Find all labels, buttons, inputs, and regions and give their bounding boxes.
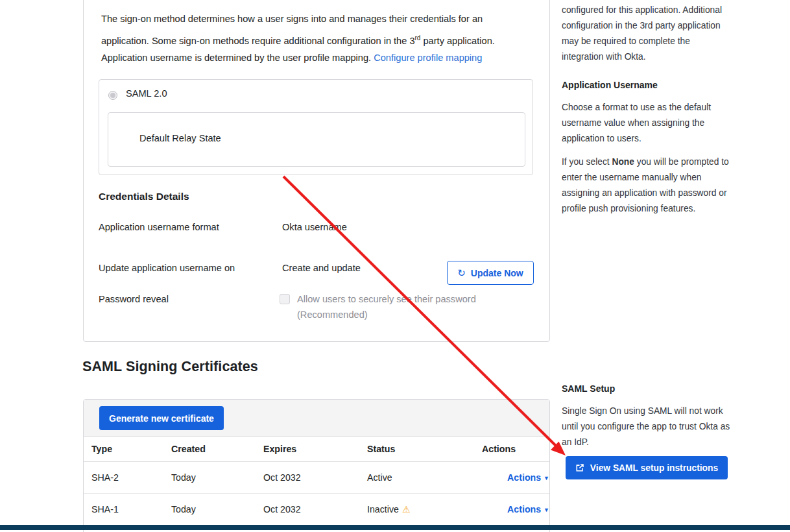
update-username-on-label: Update application username on	[99, 263, 235, 273]
password-reveal-checkbox[interactable]	[280, 294, 290, 304]
update-now-label: Update Now	[471, 268, 523, 278]
column-header-actions: Actions	[474, 437, 549, 462]
password-reveal-label: Password reveal	[99, 294, 169, 304]
default-relay-state-label: Default Relay State	[139, 133, 221, 143]
certificates-table-header-row: Type Created Expires Status Actions	[84, 437, 549, 462]
saml-signing-certificates-heading: SAML Signing Certificates	[82, 359, 258, 375]
saml-method-box: SAML 2.0 Default Relay State	[99, 79, 533, 175]
cert-expires: Oct 2032	[256, 462, 359, 494]
cert-created: Today	[163, 462, 256, 494]
certificates-panel: Generate new certificate Type Created Ex…	[83, 399, 550, 532]
credentials-details-heading: Credentials Details	[99, 191, 189, 202]
view-saml-setup-instructions-button[interactable]: View SAML setup instructions	[566, 456, 728, 479]
column-header-type: Type	[84, 437, 163, 462]
username-format-value: Okta username	[282, 222, 347, 232]
column-header-status: Status	[359, 437, 474, 462]
sidebar-config-paragraph: configured for this application. Additio…	[562, 3, 732, 65]
application-username-paragraph-1: Choose a format to use as the default us…	[562, 100, 732, 147]
update-username-on-value: Create and update	[282, 263, 361, 273]
column-header-expires: Expires	[256, 437, 359, 462]
certificate-row-sha2: SHA-2 Today Oct 2032 Active Actions ▼	[84, 462, 549, 494]
application-username-paragraph-2: If you select None you will be prompted …	[562, 154, 732, 217]
sidebar-text: If you select	[562, 157, 612, 167]
username-format-label: Application username format	[99, 222, 219, 232]
bottom-bar	[0, 525, 790, 530]
saml-setup-paragraph: Single Sign On using SAML will not work …	[562, 404, 732, 450]
warning-icon: ⚠	[402, 504, 411, 514]
certificate-row-sha1: SHA-1 Today Oct 2032 Inactive⚠ Actions ▼	[84, 494, 549, 526]
view-saml-setup-label: View SAML setup instructions	[590, 463, 718, 473]
sign-on-method-description: The sign-on method determines how a user…	[101, 9, 521, 51]
default-relay-state-field[interactable]: Default Relay State	[108, 112, 525, 167]
cert-status: Inactive	[367, 504, 399, 514]
cert-created: Today	[163, 494, 256, 526]
configure-profile-mapping-link[interactable]: Configure profile mapping	[374, 53, 482, 63]
update-now-button[interactable]: ↻ Update Now	[447, 261, 534, 285]
external-link-icon	[575, 463, 584, 472]
password-reveal-recommended-text: (Recommended)	[297, 309, 368, 320]
username-mapping-text: Application username is determined by th…	[101, 53, 374, 63]
cert-type: SHA-2	[84, 462, 163, 494]
cert-status: Active	[359, 462, 474, 494]
generate-new-certificate-button[interactable]: Generate new certificate	[99, 406, 224, 430]
saml-radio-button[interactable]	[108, 91, 117, 100]
cert-type: SHA-1	[84, 494, 163, 526]
saml-setup-heading: SAML Setup	[562, 383, 615, 394]
saml-radio-label: SAML 2.0	[126, 88, 167, 99]
actions-label: Actions	[507, 472, 541, 483]
password-reveal-checkbox-text: Allow users to securely see their passwo…	[297, 294, 476, 304]
none-option-emphasis: None	[612, 157, 634, 167]
chevron-down-icon: ▼	[544, 475, 549, 481]
chevron-down-icon: ▼	[544, 507, 549, 513]
sign-on-description-text-tail: party application.	[420, 36, 494, 46]
application-username-note: Application username is determined by th…	[101, 48, 521, 67]
sign-on-settings-page: The sign-on method determines how a user…	[0, 0, 790, 532]
actions-dropdown[interactable]: Actions ▼	[507, 504, 549, 514]
actions-dropdown[interactable]: Actions ▼	[507, 472, 549, 483]
application-username-heading: Application Username	[562, 80, 658, 90]
column-header-created: Created	[163, 437, 256, 462]
certificates-table: Type Created Expires Status Actions SHA-…	[84, 437, 549, 526]
certificates-panel-header: Generate new certificate	[84, 400, 549, 437]
refresh-icon: ↻	[457, 267, 466, 279]
cert-expires: Oct 2032	[256, 494, 359, 526]
actions-label: Actions	[507, 504, 541, 514]
